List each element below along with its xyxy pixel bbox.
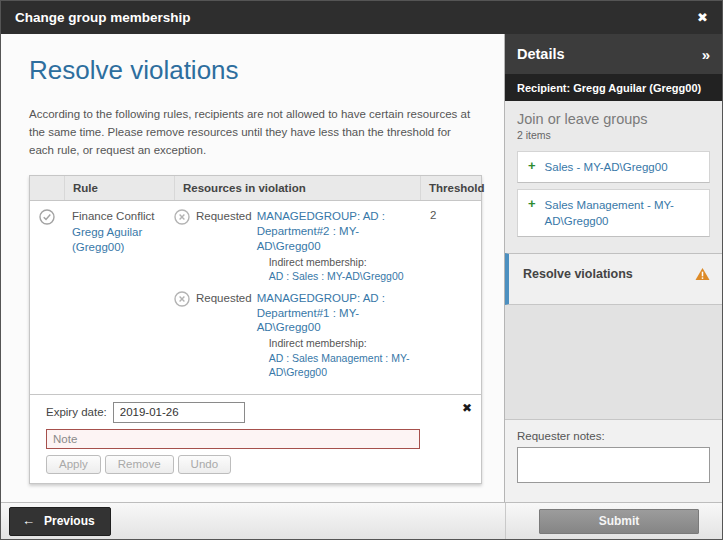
violation-entry: Requested MANAGEDGROUP: AD : Department#… — [174, 209, 416, 283]
previous-button-label: Previous — [44, 514, 95, 528]
group-item-label: Sales Management - MY-AD\Gregg00 — [545, 197, 699, 229]
indirect-membership-label: Indirect membership: — [269, 256, 367, 268]
violations-table-header: Rule Resources in violation Threshold — [30, 176, 481, 201]
footer-divider — [505, 503, 506, 539]
expiry-date-input[interactable] — [113, 402, 245, 423]
threshold-value: 2 — [420, 201, 481, 393]
apply-button[interactable]: Apply — [46, 455, 101, 474]
details-title: Details — [517, 46, 565, 62]
requester-notes-textarea[interactable] — [517, 447, 710, 483]
violation-resource-link[interactable]: MANAGEDGROUP: AD : Department#2 : MY-AD\… — [257, 210, 385, 252]
add-icon: + — [528, 159, 536, 173]
close-editor-icon[interactable]: ✖ — [462, 401, 472, 415]
rules-description: According to the following rules, recipi… — [29, 106, 471, 159]
group-item-label: Sales - MY-AD\Gregg00 — [545, 159, 668, 175]
dialog-titlebar: Change group membership ✖ — [1, 1, 722, 34]
violation-remove-icon[interactable] — [174, 209, 190, 283]
violation-remove-icon[interactable] — [174, 291, 190, 379]
violations-table: Rule Resources in violation Threshold — [29, 175, 482, 483]
close-icon[interactable]: ✖ — [697, 10, 708, 25]
indirect-membership-link[interactable]: AD : Sales Management : MY-AD\Gregg00 — [269, 352, 410, 378]
violation-prefix: Requested — [196, 291, 252, 379]
header-rule: Rule — [64, 176, 174, 200]
recipient-bar: Recipient: Gregg Aguilar (Gregg00) — [505, 74, 722, 101]
requester-notes-section: Requester notes: — [505, 419, 722, 502]
remove-button[interactable]: Remove — [105, 455, 174, 474]
violation-resource-link[interactable]: MANAGEDGROUP: AD : Department#1 : MY-AD\… — [257, 292, 385, 334]
header-resources: Resources in violation — [174, 176, 420, 200]
details-sidebar: Details » Recipient: Gregg Aguilar (Greg… — [504, 34, 722, 502]
join-or-leave-section: Join or leave groups 2 items + Sales - M… — [505, 101, 722, 253]
note-input[interactable] — [46, 429, 420, 449]
expiry-editor: ✖ Expiry date: Apply Remove Undo — [30, 394, 481, 483]
rule-recipient-link[interactable]: Gregg Aguilar (Gregg00) — [72, 226, 142, 254]
undo-button[interactable]: Undo — [178, 455, 232, 474]
warning-icon — [695, 267, 710, 281]
requester-notes-label: Requester notes: — [517, 430, 710, 442]
header-threshold: Threshold — [420, 176, 481, 200]
previous-button[interactable]: ← Previous — [9, 507, 111, 536]
dialog-title: Change group membership — [15, 10, 191, 25]
add-icon: + — [528, 197, 536, 211]
violation-prefix: Requested — [196, 209, 252, 283]
join-section-title: Join or leave groups — [517, 111, 710, 127]
group-item-sales-management[interactable]: + Sales Management - MY-AD\Gregg00 — [517, 189, 710, 237]
submit-button[interactable]: Submit — [539, 509, 699, 534]
indirect-membership-link[interactable]: AD : Sales : MY-AD\Gregg00 — [269, 270, 404, 282]
violation-entry: Requested MANAGEDGROUP: AD : Department#… — [174, 291, 416, 379]
indirect-membership-label: Indirect membership: — [269, 337, 367, 349]
expiry-date-label: Expiry date: — [46, 406, 107, 418]
change-group-membership-dialog: Change group membership ✖ Resolve violat… — [0, 0, 723, 540]
dialog-footer: ← Previous Submit — [1, 502, 722, 539]
arrow-left-icon: ← — [22, 514, 35, 527]
header-status-column — [30, 176, 64, 200]
rule-name: Finance Conflict — [72, 210, 154, 222]
resolve-violations-step[interactable]: Resolve violations — [505, 253, 722, 305]
collapse-sidebar-icon[interactable]: » — [702, 46, 710, 63]
details-header[interactable]: Details » — [505, 34, 722, 74]
page-title: Resolve violations — [29, 55, 504, 86]
table-row: Finance Conflict Gregg Aguilar (Gregg00) — [30, 201, 481, 393]
resolve-violations-panel: Resolve violations According to the foll… — [1, 34, 504, 502]
rule-selected-check-icon[interactable] — [39, 215, 55, 227]
resolve-step-body — [505, 305, 722, 419]
items-count: 2 items — [517, 129, 710, 141]
group-item-sales[interactable]: + Sales - MY-AD\Gregg00 — [517, 151, 710, 183]
resolve-step-title: Resolve violations — [523, 267, 633, 281]
